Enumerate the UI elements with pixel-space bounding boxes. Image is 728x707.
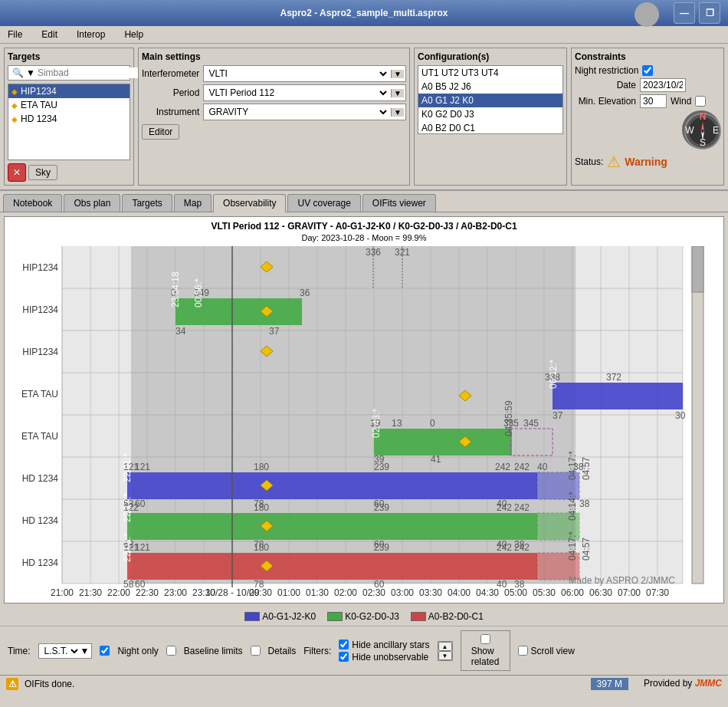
interferometer-select[interactable]: VLTI ▼ xyxy=(203,65,406,82)
interferometer-dropdown[interactable]: VLTI xyxy=(205,67,389,80)
list-item[interactable]: ◆ ETA TAU xyxy=(8,98,130,112)
tab-uv-coverage[interactable]: UV coverage xyxy=(287,194,360,212)
filter-group: Hide ancillary stars Hide unobservable xyxy=(339,640,429,663)
menu-edit[interactable]: Edit xyxy=(38,28,61,41)
search-icon: 🔍 xyxy=(12,67,24,78)
tab-targets[interactable]: Targets xyxy=(122,194,172,212)
avatar xyxy=(635,2,659,27)
svg-text:22:01:*: 22:01:* xyxy=(122,533,133,562)
list-item[interactable]: ◆ HD 1234 xyxy=(8,112,130,126)
restore-button[interactable]: ❐ xyxy=(699,2,720,24)
scroll-view-label: Scroll view xyxy=(531,646,575,656)
time-arrow[interactable]: ▼ xyxy=(80,646,90,656)
config-item[interactable]: K0 G2 D0 J3 xyxy=(418,107,562,121)
night-only-checkbox[interactable] xyxy=(100,646,110,656)
sky-button[interactable]: Sky xyxy=(28,165,57,180)
target-label: ETA TAU xyxy=(21,100,57,110)
menu-interop[interactable]: Interop xyxy=(73,28,109,41)
remove-target-button[interactable]: ✕ xyxy=(8,163,26,182)
tab-observability[interactable]: Observability xyxy=(213,194,286,212)
svg-text:ETA TAU: ETA TAU xyxy=(21,389,58,400)
period-label: Period xyxy=(142,87,199,98)
hide-ancillary-label: Hide ancillary stars xyxy=(352,640,429,650)
svg-text:242: 242 xyxy=(514,502,530,513)
svg-rect-82 xyxy=(127,472,537,499)
svg-text:00:30: 00:30 xyxy=(249,587,272,598)
min-elevation-input[interactable] xyxy=(640,94,667,108)
tab-oifits-viewer[interactable]: OIFits viewer xyxy=(362,194,436,212)
details-checkbox[interactable] xyxy=(251,646,261,656)
editor-button[interactable]: Editor xyxy=(142,124,179,140)
svg-rect-161 xyxy=(692,246,703,292)
filter-scroll-up[interactable]: ▲ xyxy=(438,642,452,651)
svg-text:04:57: 04:57 xyxy=(581,538,592,561)
config-item[interactable]: A0 B5 J2 J6 xyxy=(418,80,562,94)
filter-scroll-down[interactable]: ▼ xyxy=(438,651,452,660)
show-related-button[interactable]: Showrelated xyxy=(461,630,510,671)
svg-text:01:00: 01:00 xyxy=(277,587,300,598)
status-right: 397 M Provided by JMMC xyxy=(591,678,722,690)
wind-label: Wind xyxy=(671,96,691,107)
search-input[interactable] xyxy=(38,67,152,78)
svg-text:07:30: 07:30 xyxy=(646,587,669,598)
filter-scroll-buttons: ▲ ▼ xyxy=(438,641,453,661)
config-item[interactable]: A0 G1 J2 K0 xyxy=(418,94,562,107)
hide-unobservable-checkbox[interactable] xyxy=(339,652,349,662)
instrument-arrow[interactable]: ▼ xyxy=(391,108,404,117)
constraints-panel: Constraints Night restriction Date Min. … xyxy=(571,48,724,186)
config-item[interactable]: UT1 UT2 UT3 UT4 xyxy=(418,66,562,80)
hide-ancillary-checkbox[interactable] xyxy=(339,640,349,649)
warning-text: Warning xyxy=(625,156,667,168)
minimize-button[interactable]: — xyxy=(674,2,695,24)
min-elevation-label: Min. Elevation xyxy=(575,96,636,107)
svg-rect-102 xyxy=(127,513,537,540)
svg-text:HD 1234: HD 1234 xyxy=(22,557,59,568)
scroll-view-checkbox[interactable] xyxy=(518,646,528,656)
baseline-limits-checkbox[interactable] xyxy=(166,646,176,656)
night-restriction-checkbox[interactable] xyxy=(642,65,653,76)
bottom-controls: Time: L.S.T. U.T. ▼ Night only Baseline … xyxy=(0,626,728,675)
show-related-checkbox[interactable] xyxy=(480,634,490,644)
configurations-title: Configuration(s) xyxy=(418,51,563,62)
svg-text:121: 121 xyxy=(135,462,150,472)
list-item[interactable]: ◆ HIP1234 xyxy=(8,84,130,98)
legend-color-red xyxy=(411,612,426,621)
config-item[interactable]: A0 B2 D0 C1 xyxy=(418,121,562,134)
interferometer-arrow[interactable]: ▼ xyxy=(391,70,404,78)
hide-unobservable-label: Hide unobservable xyxy=(352,652,428,663)
chart-container: VLTI Period 112 - GRAVITY - A0-G1-J2-K0 … xyxy=(4,216,724,603)
search-dropdown-icon: ▼ xyxy=(26,67,35,78)
instrument-dropdown[interactable]: GRAVITY xyxy=(205,106,389,118)
warning-icon: ⚠ xyxy=(607,153,621,171)
menu-help[interactable]: Help xyxy=(120,28,147,41)
svg-text:23:00: 23:00 xyxy=(164,587,187,598)
time-select-container[interactable]: L.S.T. U.T. ▼ xyxy=(38,643,93,659)
svg-text:34: 34 xyxy=(175,326,186,337)
period-dropdown[interactable]: VLTI Period 112 xyxy=(205,87,389,99)
tab-notebook[interactable]: Notebook xyxy=(3,194,62,212)
tab-map[interactable]: Map xyxy=(174,194,212,212)
top-panels: Targets 🔍 ▼ ◆ HIP1234 ◆ ETA TAU ◆ HD 123… xyxy=(0,44,728,191)
time-select[interactable]: L.S.T. U.T. xyxy=(41,645,80,657)
period-arrow[interactable]: ▼ xyxy=(391,89,404,97)
date-input[interactable] xyxy=(640,78,686,92)
targets-panel: Targets 🔍 ▼ ◆ HIP1234 ◆ ETA TAU ◆ HD 123… xyxy=(4,48,134,186)
instrument-select[interactable]: GRAVITY ▼ xyxy=(203,104,406,120)
wind-checkbox[interactable] xyxy=(695,96,706,107)
svg-text:239: 239 xyxy=(374,502,389,513)
period-select[interactable]: VLTI Period 112 ▼ xyxy=(203,84,406,101)
menu-bar: File Edit Interop Help xyxy=(0,26,728,44)
instrument-label: Instrument xyxy=(142,107,199,117)
svg-text:04:17:*: 04:17:* xyxy=(567,531,578,561)
menu-file[interactable]: File xyxy=(4,28,26,41)
night-only-label: Night only xyxy=(117,646,158,656)
date-label: Date xyxy=(575,80,636,90)
svg-text:180: 180 xyxy=(254,462,269,472)
window-buttons: — ❐ xyxy=(674,2,720,24)
svg-text:242: 242 xyxy=(514,462,530,472)
svg-text:06:12:*: 06:12:* xyxy=(548,360,559,389)
svg-text:05:00: 05:00 xyxy=(504,587,527,598)
svg-text:40: 40 xyxy=(537,462,548,472)
tab-obs-plan[interactable]: Obs plan xyxy=(64,194,120,212)
svg-text:01:30: 01:30 xyxy=(306,587,329,598)
